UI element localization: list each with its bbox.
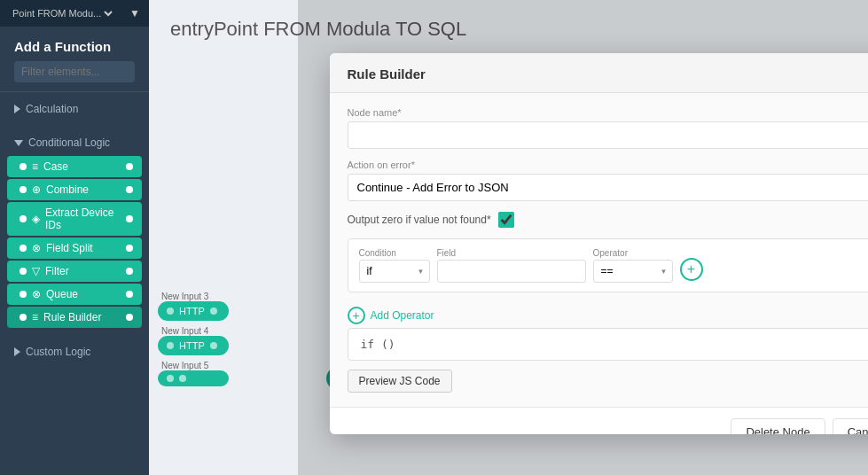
section-custom-logic-label: Custom Logic xyxy=(26,346,90,358)
add-operator-button[interactable]: + Add Operator xyxy=(348,303,434,328)
preview-js-button[interactable]: Preview JS Code xyxy=(348,370,452,393)
node-pill-http-1[interactable]: HTTP xyxy=(158,301,229,321)
node-group-3: New Input 5 xyxy=(158,361,229,386)
triangle-right-icon xyxy=(14,105,20,113)
field-label: Field xyxy=(437,248,586,258)
cancel-button[interactable]: Cancel xyxy=(833,418,868,434)
code-preview-area: if () xyxy=(348,328,869,361)
combine-icon: ⊕ xyxy=(32,183,41,196)
rule-builder-modal: Rule Builder × Node name* Action on erro… xyxy=(330,53,869,434)
action-on-error-select[interactable]: Continue - Add Error to JSON Stop Proces… xyxy=(348,174,869,201)
sidebar: Point FROM Modu... ▼ Add a Function Calc… xyxy=(0,0,149,475)
sidebar-item-field-split[interactable]: ⊗ Field Split xyxy=(7,238,142,259)
section-calculation: Calculation xyxy=(0,92,149,126)
sidebar-item-filter-label: Filter xyxy=(45,265,69,277)
sidebar-item-queue[interactable]: ⊗ Queue xyxy=(7,284,142,305)
sidebar-item-field-split-label: Field Split xyxy=(46,242,93,254)
node-group-2: New Input 4 HTTP xyxy=(158,326,229,355)
left-nodes-group: New Input 3 HTTP New Input 4 HTTP New In… xyxy=(158,292,229,386)
node-dot-icon-3 xyxy=(167,375,174,382)
sidebar-item-combine-label: Combine xyxy=(46,183,89,196)
section-calculation-header[interactable]: Calculation xyxy=(0,97,149,121)
add-value-button[interactable]: + xyxy=(680,258,703,281)
dot-right-icon-6 xyxy=(126,291,133,298)
add-operator-plus-icon: + xyxy=(348,307,365,324)
sidebar-item-case-label: Case xyxy=(43,160,68,173)
dot-right-icon-2 xyxy=(126,186,133,193)
node-group-1: New Input 3 HTTP xyxy=(158,292,229,321)
filter-icon: ▽ xyxy=(32,265,40,277)
node-dot-right-icon-2 xyxy=(210,342,217,349)
add-operator-label: Add Operator xyxy=(371,309,434,322)
operator-label: Operator xyxy=(593,248,673,258)
sidebar-top-bar[interactable]: Point FROM Modu... ▼ xyxy=(0,0,149,27)
node-name-input[interactable] xyxy=(348,121,869,149)
sidebar-header: Add a Function xyxy=(0,27,149,92)
sidebar-filter-wrapper xyxy=(14,61,135,82)
action-on-error-select-wrapper: Continue - Add Error to JSON Stop Proces… xyxy=(348,174,869,201)
section-custom-logic: Custom Logic xyxy=(0,335,149,369)
triangle-right-icon-2 xyxy=(14,347,20,356)
output-zero-row: Output zero if value not found* xyxy=(348,212,869,228)
section-conditional-logic-header[interactable]: Conditional Logic xyxy=(0,131,149,154)
section-conditional-logic-label: Conditional Logic xyxy=(28,136,110,149)
dot-left-icon-2 xyxy=(20,186,27,193)
node-dot-icon-2 xyxy=(167,342,174,349)
node-dot-icon-1 xyxy=(167,308,174,315)
case-icon: ≡ xyxy=(32,160,38,173)
dot-right-icon-7 xyxy=(126,314,133,321)
sidebar-item-rule-builder-label: Rule Builder xyxy=(43,311,101,323)
condition-select-wrap: if else if else xyxy=(359,260,430,283)
sidebar-item-combine[interactable]: ⊕ Combine xyxy=(7,179,142,200)
main-canvas: entryPoint FROM Modula TO SQL New Input … xyxy=(149,0,868,475)
node-http-2-text: HTTP xyxy=(179,340,205,351)
node-label-3: New Input 5 xyxy=(158,361,229,370)
node-label-1: New Input 3 xyxy=(158,292,229,301)
modal-title: Rule Builder xyxy=(348,66,426,82)
output-zero-checkbox[interactable] xyxy=(498,212,514,228)
dot-left-icon-3 xyxy=(20,215,27,222)
modal-footer: Delete Node Cancel Save xyxy=(330,407,869,434)
operator-select-wrap: == != > < xyxy=(593,260,673,283)
section-calculation-label: Calculation xyxy=(26,103,78,115)
operator-select[interactable]: == != > < xyxy=(593,260,673,283)
sidebar-item-case[interactable]: ≡ Case xyxy=(7,156,142,177)
modal-body: Node name* Action on error* Continue - A… xyxy=(330,93,869,407)
action-on-error-label: Action on error* xyxy=(348,160,869,170)
node-dot-right-icon-1 xyxy=(210,308,217,315)
node-dot-right-icon-3 xyxy=(179,375,186,382)
dot-left-icon-5 xyxy=(20,268,27,275)
node-pill-http-2[interactable]: HTTP xyxy=(158,336,229,355)
sidebar-item-rule-builder[interactable]: ≡ Rule Builder xyxy=(7,307,142,328)
filter-input[interactable] xyxy=(14,61,135,82)
dot-right-icon-4 xyxy=(126,245,133,252)
condition-row: Condition if else if else Fie xyxy=(359,248,869,283)
extract-icon: ◈ xyxy=(32,213,40,225)
dot-left-icon xyxy=(20,163,27,170)
field-input[interactable] xyxy=(437,260,586,283)
condition-label: Condition xyxy=(359,248,430,258)
modal-overlay: Rule Builder × Node name* Action on erro… xyxy=(298,0,868,475)
node-http-1-text: HTTP xyxy=(179,306,205,316)
condition-select[interactable]: if else if else xyxy=(359,260,430,283)
modal-header: Rule Builder × xyxy=(330,53,869,93)
node-name-field-group: Node name* xyxy=(348,107,869,149)
sidebar-item-extract[interactable]: ◈ Extract Device IDs xyxy=(7,202,142,236)
dot-right-icon-3 xyxy=(126,215,133,222)
field-split-icon: ⊗ xyxy=(32,242,41,254)
sidebar-item-filter[interactable]: ▽ Filter xyxy=(7,261,142,282)
dropdown-arrow-icon: ▼ xyxy=(129,7,140,19)
output-zero-label: Output zero if value not found* xyxy=(348,214,491,226)
dot-right-icon-5 xyxy=(126,268,133,275)
action-on-error-field-group: Action on error* Continue - Add Error to… xyxy=(348,160,869,201)
delete-node-button[interactable]: Delete Node xyxy=(731,418,825,434)
pipeline-dropdown[interactable]: Point FROM Modu... xyxy=(9,7,115,19)
queue-icon: ⊗ xyxy=(32,288,41,300)
node-pill-3[interactable] xyxy=(158,370,229,386)
section-custom-logic-header[interactable]: Custom Logic xyxy=(0,340,149,363)
node-label-2: New Input 4 xyxy=(158,326,229,336)
rule-builder-icon: ≡ xyxy=(32,311,38,323)
dot-left-icon-6 xyxy=(20,291,27,298)
sidebar-item-queue-label: Queue xyxy=(46,288,78,300)
dot-left-icon-4 xyxy=(20,245,27,252)
